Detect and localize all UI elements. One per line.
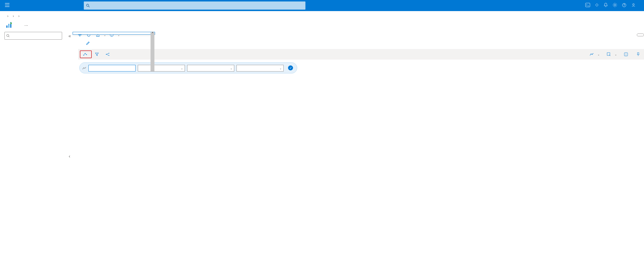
svg-rect-20: [6, 25, 7, 28]
chevron-down-icon: ⌄: [615, 53, 617, 56]
edit-title-icon[interactable]: [86, 41, 90, 46]
svg-line-4: [88, 6, 90, 7]
line-chart-button[interactable]: ⌄: [587, 51, 602, 58]
scope-selector[interactable]: [88, 65, 136, 72]
scroll-down-icon[interactable]: ▾: [151, 30, 154, 34]
confirm-metric-icon[interactable]: ✓: [288, 65, 293, 70]
collapse-handle-icon[interactable]: ‹: [69, 154, 70, 159]
chevron-down-icon: ⌄: [279, 67, 282, 70]
svg-line-14: [616, 6, 617, 7]
topbar-actions: ?: [586, 3, 636, 8]
svg-point-24: [7, 34, 9, 37]
svg-line-25: [9, 36, 9, 37]
metric-selector-row: ⌄ ⌄ ⌄ ✓: [79, 62, 644, 73]
metric-toolbar: ⌄ ⌄: [78, 49, 644, 60]
svg-text:?: ?: [623, 4, 625, 7]
svg-point-23: [10, 22, 12, 24]
svg-line-15: [613, 6, 614, 7]
svg-rect-21: [8, 24, 9, 28]
main-panel: ‹ ⌄ ⌄: [73, 32, 644, 267]
cloud-shell-icon[interactable]: [586, 3, 590, 8]
drill-into-logs-button[interactable]: ⌄: [604, 51, 620, 58]
metrics-resource-icon: [6, 21, 13, 29]
pin-to-dashboard-button[interactable]: [634, 51, 644, 58]
timerange-picker[interactable]: [637, 34, 644, 36]
chevron-down-icon: ⌄: [597, 53, 600, 56]
svg-point-3: [86, 4, 89, 6]
search-icon: [86, 4, 90, 7]
add-metric-button[interactable]: [80, 50, 92, 58]
sidebar-search-input[interactable]: [11, 34, 60, 38]
settings-icon[interactable]: [613, 3, 617, 8]
metric-dropdown[interactable]: ▾: [73, 32, 155, 35]
svg-point-19: [633, 4, 634, 5]
metric-selector[interactable]: ⌄: [187, 65, 234, 72]
notifications-icon[interactable]: [604, 3, 608, 8]
chevron-down-icon: ⌄: [181, 67, 183, 70]
dropdown-group-header: [73, 32, 155, 34]
chart-title-row: [78, 40, 644, 49]
scrollbar-thumb[interactable]: [151, 32, 154, 71]
top-nav: ?: [0, 0, 644, 11]
help-icon[interactable]: ?: [622, 3, 626, 8]
sidebar: «: [0, 32, 73, 267]
chart-area: [85, 76, 640, 168]
new-alert-rule-button[interactable]: [621, 51, 632, 58]
svg-rect-5: [586, 3, 590, 7]
more-menu-icon[interactable]: ···: [24, 23, 28, 28]
global-search[interactable]: [84, 1, 306, 10]
line-icon: [82, 66, 86, 70]
collapse-sidebar-icon[interactable]: «: [68, 34, 71, 39]
svg-line-13: [613, 3, 614, 4]
breadcrumb: › › ›: [0, 11, 644, 19]
chevron-down-icon: ⌄: [230, 67, 232, 70]
hamburger-icon[interactable]: [3, 1, 12, 10]
add-filter-button[interactable]: [92, 51, 103, 58]
svg-point-40: [626, 55, 626, 56]
main-toolbar: ⌄ ⌄: [78, 32, 644, 40]
aggregation-selector[interactable]: ⌄: [236, 65, 284, 72]
sidebar-search[interactable]: [4, 32, 62, 40]
page-title-row: ···: [0, 19, 644, 32]
namespace-selector[interactable]: ⌄: [138, 65, 185, 72]
global-search-input[interactable]: [91, 4, 303, 8]
directories-icon[interactable]: [595, 3, 599, 8]
feedback-icon[interactable]: [631, 3, 636, 8]
svg-point-8: [614, 4, 616, 6]
search-icon: [6, 34, 10, 37]
apply-splitting-button[interactable]: [103, 51, 114, 58]
svg-line-16: [616, 3, 617, 4]
